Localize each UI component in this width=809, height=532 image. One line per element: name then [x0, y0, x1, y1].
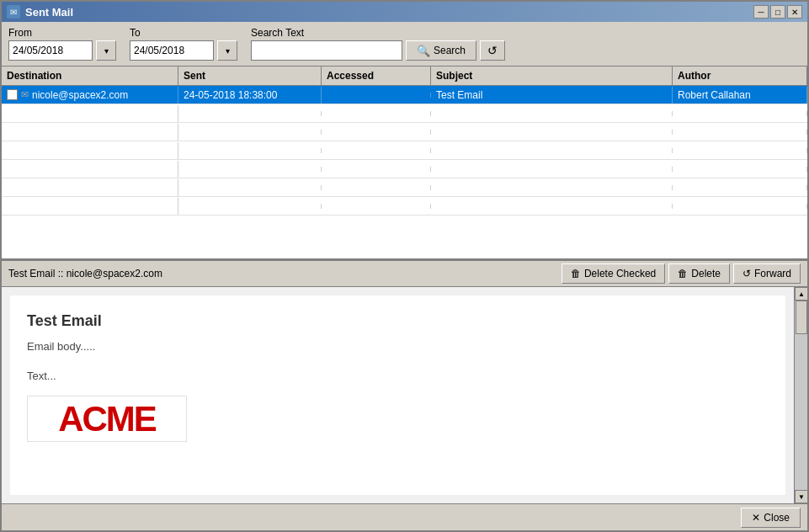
- close-label: Close: [764, 512, 790, 524]
- refresh-icon: ↺: [487, 44, 498, 57]
- bottom-bar: ✕ Close: [2, 503, 807, 530]
- to-date-input[interactable]: [130, 40, 214, 61]
- search-input[interactable]: [251, 40, 402, 61]
- delete-checked-icon: 🗑: [571, 268, 581, 279]
- search-group: Search Text 🔍 Search ↺: [251, 27, 505, 61]
- col-sent: Sent: [178, 66, 322, 85]
- cell-author: [673, 130, 807, 135]
- acme-logo: ACME: [27, 396, 187, 442]
- table-row[interactable]: [2, 197, 807, 215]
- cell-sent: [178, 130, 322, 135]
- refresh-button[interactable]: ↺: [480, 40, 505, 61]
- table-row[interactable]: [2, 104, 807, 123]
- from-group: From ▾: [8, 27, 116, 61]
- email-body-text: Email body.....: [27, 340, 769, 353]
- cell-accessed: [322, 148, 431, 153]
- cell-sent: [178, 185, 322, 190]
- search-text-label: Search Text: [251, 27, 505, 39]
- maximize-button[interactable]: □: [770, 5, 785, 19]
- table-row[interactable]: ✓ ✉ nicole@spacex2.com 24-05-2018 18:38:…: [2, 86, 807, 104]
- close-window-button[interactable]: ✕: [787, 5, 802, 19]
- cell-destination: [2, 142, 178, 159]
- minimize-button[interactable]: ─: [753, 5, 769, 19]
- to-label: To: [130, 27, 237, 39]
- title-bar-buttons: ─ □ ✕: [753, 5, 802, 19]
- close-icon: ✕: [752, 512, 760, 524]
- from-row: ▾: [8, 40, 116, 61]
- row-checkbox[interactable]: ✓: [7, 89, 18, 100]
- window-title: Sent Mail: [25, 6, 73, 19]
- col-author: Author: [673, 66, 807, 85]
- from-label: From: [8, 27, 116, 39]
- window-icon: ✉: [7, 5, 20, 19]
- cell-sent: [178, 204, 322, 209]
- destination-content: ✓ ✉ nicole@spacex2.com: [7, 89, 173, 101]
- action-buttons: 🗑 Delete Checked 🗑 Delete ↺ Forward: [562, 263, 801, 284]
- cell-accessed: [322, 111, 431, 116]
- close-button[interactable]: ✕ Close: [741, 508, 801, 528]
- cell-destination: [2, 179, 178, 196]
- cell-author: [673, 167, 807, 172]
- toolbar: From ▾ To ▾ Search Text 🔍 Search: [2, 22, 807, 66]
- delete-button[interactable]: 🗑 Delete: [668, 263, 730, 284]
- table-row[interactable]: [2, 141, 807, 160]
- from-date-input[interactable]: [8, 40, 93, 61]
- to-calendar-button[interactable]: ▾: [217, 40, 237, 61]
- from-calendar-button[interactable]: ▾: [96, 40, 116, 61]
- table-row[interactable]: [2, 123, 807, 141]
- cell-subject: Test Email: [431, 87, 673, 104]
- cell-destination: [2, 124, 178, 141]
- title-bar: ✉ Sent Mail ─ □ ✕: [2, 2, 807, 22]
- cell-accessed: [322, 185, 431, 190]
- table-body: ✓ ✉ nicole@spacex2.com 24-05-2018 18:38:…: [2, 86, 807, 258]
- cell-subject: [431, 130, 673, 135]
- col-accessed: Accessed: [322, 66, 431, 85]
- cell-subject: [431, 148, 673, 153]
- cell-accessed: [322, 204, 431, 209]
- scroll-track[interactable]: [795, 301, 807, 490]
- status-bar: Test Email :: nicole@spacex2.com 🗑 Delet…: [2, 260, 807, 287]
- cell-author: [673, 204, 807, 209]
- cell-sent: [178, 111, 322, 116]
- scroll-thumb[interactable]: [796, 301, 807, 334]
- acme-logo-text: ACME: [58, 399, 156, 439]
- cell-sent: [178, 167, 322, 172]
- email-text-more: Text...: [27, 370, 769, 382]
- forward-button[interactable]: ↺ Forward: [733, 263, 801, 284]
- cell-sent: [178, 148, 322, 153]
- cell-accessed: [322, 130, 431, 135]
- to-group: To ▾: [130, 27, 237, 61]
- search-button[interactable]: 🔍 Search: [406, 40, 476, 61]
- cell-subject: [431, 204, 673, 209]
- search-icon: 🔍: [417, 45, 430, 57]
- vertical-scrollbar[interactable]: ▲ ▼: [794, 287, 807, 503]
- status-text: Test Email :: nicole@spacex2.com: [8, 268, 162, 279]
- cell-author: [673, 111, 807, 116]
- scroll-down-button[interactable]: ▼: [795, 490, 807, 503]
- delete-checked-button[interactable]: 🗑 Delete Checked: [562, 263, 665, 284]
- cell-destination: [2, 161, 178, 178]
- email-preview: Test Email Email body..... Text... ACME …: [2, 287, 807, 503]
- title-bar-left: ✉ Sent Mail: [7, 5, 73, 19]
- col-destination: Destination: [2, 66, 178, 85]
- table-row[interactable]: [2, 178, 807, 197]
- email-subject: Test Email: [27, 312, 769, 330]
- to-row: ▾: [130, 40, 237, 61]
- col-subject: Subject: [431, 66, 673, 85]
- cell-sent: 24-05-2018 18:38:00: [178, 87, 322, 104]
- delete-checked-label: Delete Checked: [584, 268, 656, 279]
- email-body: Test Email Email body..... Text... ACME: [10, 295, 785, 495]
- cell-accessed: [322, 93, 431, 98]
- cell-author: Robert Callahan: [673, 87, 807, 104]
- cell-author: [673, 148, 807, 153]
- search-button-label: Search: [434, 45, 466, 56]
- table-row[interactable]: [2, 160, 807, 178]
- scroll-up-button[interactable]: ▲: [795, 287, 807, 301]
- email-icon: ✉: [21, 89, 29, 100]
- main-window: ✉ Sent Mail ─ □ ✕ From ▾ To ▾ Search Tex…: [0, 0, 809, 532]
- forward-label: Forward: [754, 268, 791, 279]
- forward-icon: ↺: [742, 268, 751, 279]
- cell-accessed: [322, 167, 431, 172]
- table-header: Destination Sent Accessed Subject Author: [2, 66, 807, 86]
- cell-subject: [431, 167, 673, 172]
